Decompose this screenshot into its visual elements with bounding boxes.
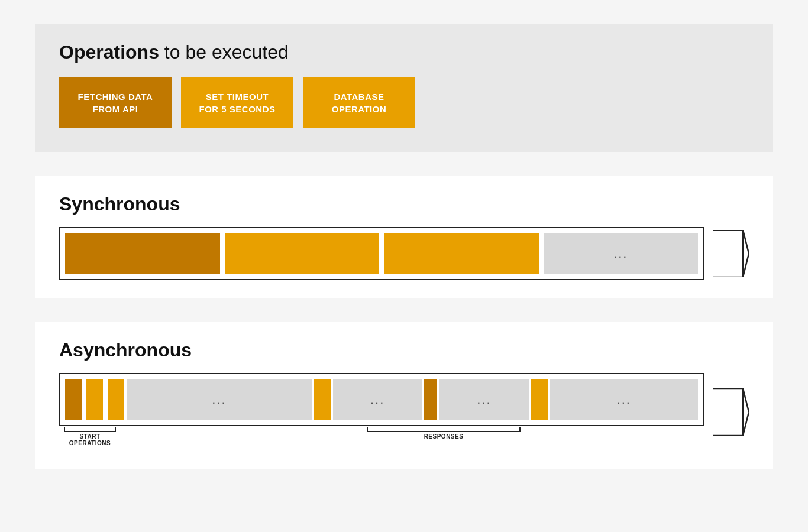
synchronous-timeline-box: ... — [59, 227, 704, 280]
synchronous-label: Synchronous — [59, 193, 749, 215]
start-operations-annotation: START OPERATIONS — [64, 427, 116, 446]
synchronous-timeline-row: ... — [59, 227, 749, 280]
async-block-2 — [86, 379, 103, 420]
async-resp-1 — [314, 379, 331, 420]
start-label: START OPERATIONS — [64, 433, 116, 446]
async-resp-3 — [531, 379, 548, 420]
responses-annotation: RESPONSES — [367, 427, 521, 440]
sync-block-1 — [65, 233, 220, 274]
op-card-2: SET TIMEOUTFOR 5 SECONDS — [181, 77, 293, 128]
async-wrapper: ... ... ... ... — [59, 373, 704, 451]
responses-label: RESPONSES — [367, 433, 521, 440]
operations-title-rest: to be executed — [159, 41, 289, 63]
sync-block-dots: ... — [544, 233, 699, 274]
operations-section: Operations to be executed FETCHING DATAF… — [35, 24, 773, 152]
async-wait-1: ... — [127, 379, 312, 420]
async-annotations: START OPERATIONS RESPONSES — [59, 427, 704, 451]
start-bracket — [64, 427, 116, 432]
sync-arrow — [713, 230, 749, 277]
async-wait-4: ... — [550, 379, 698, 420]
op-card-1: FETCHING DATAFROM API — [59, 77, 172, 128]
synchronous-section: Synchronous ... — [35, 176, 773, 298]
async-arrow — [713, 388, 749, 436]
sync-dots-text: ... — [613, 246, 628, 261]
op-card-3: DATABASEOPERATION — [303, 77, 415, 128]
asynchronous-section: Asynchronous ... ... ... — [35, 322, 773, 469]
async-wait-2: ... — [333, 379, 422, 420]
async-wait-3: ... — [439, 379, 528, 420]
asynchronous-label: Asynchronous — [59, 339, 749, 361]
sync-block-2 — [225, 233, 380, 274]
sync-block-3 — [384, 233, 539, 274]
operations-title-bold: Operations — [59, 41, 159, 63]
responses-bracket — [367, 427, 521, 432]
operations-cards: FETCHING DATAFROM API SET TIMEOUTFOR 5 S… — [59, 77, 749, 128]
async-block-3 — [108, 379, 124, 420]
asynchronous-timeline-box: ... ... ... ... — [59, 373, 704, 426]
async-block-1 — [65, 379, 82, 420]
asynchronous-timeline-row: ... ... ... ... — [59, 373, 749, 451]
async-resp-2 — [424, 379, 437, 420]
operations-title: Operations to be executed — [59, 41, 749, 63]
